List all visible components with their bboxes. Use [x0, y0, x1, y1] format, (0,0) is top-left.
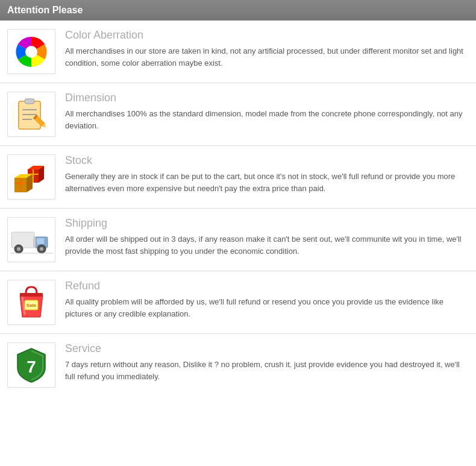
- header-title: Attention Please: [7, 5, 83, 15]
- svg-text:Sale: Sale: [27, 303, 37, 308]
- clipboard-icon: [15, 96, 48, 133]
- svg-text:7: 7: [27, 357, 36, 376]
- list-item: Sale Refund All quality problem will be …: [0, 271, 476, 334]
- stock-icon-wrapper: [7, 154, 55, 200]
- list-item: Color Aberration All merchandises in our…: [0, 20, 476, 83]
- stock-title: Stock: [65, 154, 469, 167]
- dimension-content: Dimension All merchandises 100% as the s…: [65, 92, 469, 131]
- service-content: Service 7 days return without any reason…: [65, 342, 469, 382]
- svg-point-1: [25, 46, 37, 58]
- refund-content: Refund All quality problem will be affor…: [65, 280, 469, 320]
- dimension-desc: All merchandises 100% as the standard di…: [65, 108, 469, 131]
- list-item: 7 Service 7 days return without any reas…: [0, 334, 476, 396]
- service-icon-wrapper: 7: [7, 342, 55, 388]
- list-item: Dimension All merchandises 100% as the s…: [0, 83, 476, 146]
- shopping-bag-icon: Sale: [15, 285, 48, 321]
- refund-title: Refund: [65, 280, 469, 292]
- shipping-icon-wrapper: [7, 217, 55, 262]
- color-wheel-icon: [15, 36, 48, 68]
- svg-rect-24: [33, 237, 36, 248]
- svg-rect-21: [11, 232, 34, 248]
- list-item: Shipping All order will be shipped out i…: [0, 209, 476, 271]
- shipping-desc: All order will be shipped out in 3 days,…: [65, 233, 469, 257]
- service-title: Service: [65, 342, 469, 355]
- color-aberration-content: Color Aberration All merchandises in our…: [65, 29, 469, 69]
- dimension-icon-wrapper: [7, 92, 55, 137]
- svg-rect-3: [19, 101, 40, 129]
- service-desc: 7 days return without any reason, Dislik…: [65, 359, 469, 382]
- attention-header: Attention Please: [0, 0, 476, 20]
- stock-content: Stock Generally they are in stock if can…: [65, 154, 469, 194]
- color-aberration-icon-wrapper: [7, 29, 55, 74]
- shipping-title: Shipping: [65, 217, 469, 230]
- refund-desc: All quality problem will be afforded by …: [65, 296, 469, 320]
- boxes-icon: [13, 160, 49, 195]
- svg-point-28: [40, 247, 43, 251]
- svg-rect-30: [20, 293, 43, 297]
- stock-desc: Generally they are in stock if can be pu…: [65, 171, 469, 194]
- svg-rect-4: [25, 99, 34, 104]
- svg-point-26: [17, 247, 20, 251]
- refund-icon-wrapper: Sale: [7, 280, 55, 325]
- items-container: Color Aberration All merchandises in our…: [0, 20, 476, 396]
- color-aberration-title: Color Aberration: [65, 29, 469, 42]
- truck-icon: [10, 225, 52, 255]
- dimension-title: Dimension: [65, 92, 469, 104]
- list-item: Stock Generally they are in stock if can…: [0, 146, 476, 209]
- shield-icon: 7: [15, 347, 48, 383]
- shipping-content: Shipping All order will be shipped out i…: [65, 217, 469, 257]
- svg-rect-23: [37, 238, 44, 244]
- color-aberration-desc: All merchandises in our store are taken …: [65, 45, 469, 69]
